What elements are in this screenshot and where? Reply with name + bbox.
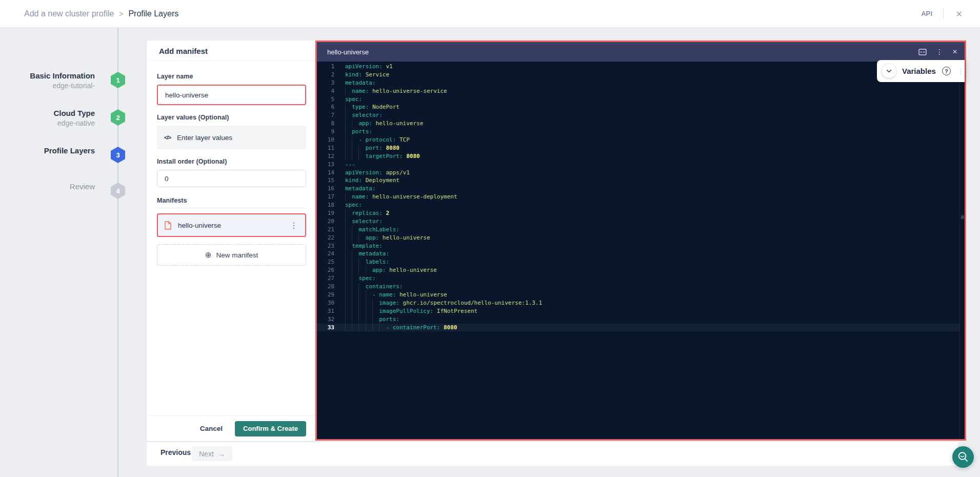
manifest-name: hello-universe bbox=[178, 222, 289, 229]
line-number: 5 bbox=[317, 95, 334, 104]
layer-values-label: Layer values (Optional) bbox=[157, 113, 306, 122]
wizard-stepper: Basic Informationedge-tutorial-1Cloud Ty… bbox=[0, 28, 147, 233]
line-number: 9 bbox=[317, 128, 334, 136]
variables-kebab-icon[interactable]: ⋮ bbox=[957, 67, 964, 75]
code-line: 14apiVersion: apps/v1 bbox=[317, 169, 959, 177]
line-number: 7 bbox=[317, 111, 334, 120]
line-number: 17 bbox=[317, 193, 334, 201]
line-number: 10 bbox=[317, 136, 334, 144]
next-label: Next bbox=[199, 450, 214, 458]
line-number: 1 bbox=[317, 63, 334, 71]
line-number: 18 bbox=[317, 201, 334, 209]
code-line: 11port: 8080 bbox=[317, 144, 959, 152]
line-number: 4 bbox=[317, 87, 334, 95]
manifests-divider bbox=[157, 208, 306, 208]
line-number: 20 bbox=[317, 217, 334, 226]
confirm-create-button[interactable]: Confirm & Create bbox=[235, 421, 306, 436]
manifest-item[interactable]: hello-universe⋮ bbox=[157, 213, 306, 237]
code-line: 19replicas: 2 bbox=[317, 209, 959, 217]
code-line: 2kind: Service bbox=[317, 71, 959, 79]
manifest-file-icon bbox=[164, 221, 172, 230]
arrow-right-icon: → bbox=[218, 450, 225, 458]
layer-name-label: Layer name bbox=[157, 72, 306, 81]
step-review[interactable]: Review4 bbox=[0, 182, 147, 212]
yaml-editor-panel: hello-universe ⋮ ✕ 1apiVersion: v12kind:… bbox=[315, 41, 966, 441]
split-view-icon[interactable] bbox=[918, 49, 927, 55]
step-text: Basic Informationedge-tutorial- bbox=[30, 71, 95, 91]
code-line: 28containers: bbox=[317, 283, 959, 291]
line-number: 6 bbox=[317, 103, 334, 111]
cancel-button[interactable]: Cancel bbox=[200, 425, 223, 432]
enter-layer-values-label: Enter layer values bbox=[177, 134, 232, 142]
code-line: 8app: hello-universe bbox=[317, 120, 959, 128]
code-line: 17name: hello-universe-deployment bbox=[317, 193, 959, 201]
editor-header: hello-universe ⋮ ✕ bbox=[317, 42, 965, 62]
install-order-label: Install order (Optional) bbox=[157, 157, 306, 166]
line-number: 26 bbox=[317, 266, 334, 274]
step-badge: 3 bbox=[111, 147, 125, 163]
editor-close-icon[interactable]: ✕ bbox=[952, 48, 957, 55]
line-number: 15 bbox=[317, 176, 334, 185]
panel-footer: Cancel Confirm & Create bbox=[147, 415, 316, 441]
code-line: 30image: ghcr.io/spectrocloud/hello-univ… bbox=[317, 299, 959, 307]
line-number: 22 bbox=[317, 234, 334, 242]
step-badge: 2 bbox=[111, 109, 125, 126]
layer-name-input[interactable] bbox=[157, 85, 306, 105]
code-line: 15kind: Deployment bbox=[317, 176, 959, 185]
step-basic-information[interactable]: Basic Informationedge-tutorial-1 bbox=[0, 71, 147, 102]
chevron-down-icon[interactable] bbox=[882, 64, 896, 78]
line-number: 16 bbox=[317, 185, 334, 193]
next-button[interactable]: Next → bbox=[192, 446, 232, 461]
code-line: 10- protocol: TCP bbox=[317, 136, 959, 144]
variables-label[interactable]: Variables bbox=[902, 67, 936, 75]
breadcrumb-parent-link[interactable]: Add a new cluster profile bbox=[24, 9, 114, 18]
step-profile-layers[interactable]: Profile Layers3 bbox=[0, 146, 147, 176]
code-line: 13--- bbox=[317, 161, 959, 169]
code-line: 27spec: bbox=[317, 274, 959, 283]
manifest-list: hello-universe⋮ bbox=[157, 213, 306, 237]
line-number: 21 bbox=[317, 226, 334, 234]
line-number: 30 bbox=[317, 299, 334, 307]
code-line: 5spec: bbox=[317, 95, 959, 104]
line-number: 32 bbox=[317, 315, 334, 324]
code-line: 25labels: bbox=[317, 258, 959, 266]
code-line: 6type: NodePort bbox=[317, 103, 959, 111]
page-title: Profile Layers bbox=[128, 9, 178, 18]
step-text: Cloud Typeedge-native bbox=[53, 108, 95, 128]
editor-kebab-icon[interactable]: ⋮ bbox=[936, 48, 943, 56]
help-icon[interactable]: ? bbox=[942, 67, 951, 75]
wizard-nav: Previous Next → bbox=[147, 442, 958, 466]
code-editor[interactable]: 1apiVersion: v12kind: Service3metadata:4… bbox=[317, 62, 959, 439]
breadcrumb: Add a new cluster profile > Profile Laye… bbox=[24, 9, 178, 18]
help-search-fab[interactable] bbox=[952, 446, 974, 468]
code-line: 26app: hello-universe bbox=[317, 266, 959, 274]
code-brackets-icon: </> bbox=[164, 134, 171, 141]
code-line: 18spec: bbox=[317, 201, 959, 209]
previous-button[interactable]: Previous bbox=[161, 448, 191, 456]
enter-layer-values-button[interactable]: </> Enter layer values bbox=[157, 126, 306, 149]
manifest-kebab-icon[interactable]: ⋮ bbox=[289, 221, 299, 230]
line-number: 33 bbox=[317, 324, 334, 332]
breadcrumb-separator: > bbox=[119, 10, 123, 18]
scrollbar-thumb[interactable] bbox=[961, 215, 964, 219]
code-line: 24metadata: bbox=[317, 250, 959, 258]
install-order-input[interactable] bbox=[157, 170, 306, 187]
step-cloud-type[interactable]: Cloud Typeedge-native2 bbox=[0, 108, 147, 139]
editor-title: hello-universe bbox=[327, 48, 918, 56]
code-line: 23template: bbox=[317, 242, 959, 250]
close-icon[interactable]: ✕ bbox=[954, 9, 965, 19]
line-number: 29 bbox=[317, 291, 334, 299]
code-line: 33- containerPort: 8080 bbox=[317, 324, 959, 332]
line-number: 14 bbox=[317, 169, 334, 177]
line-number: 3 bbox=[317, 79, 334, 87]
line-number: 13 bbox=[317, 161, 334, 169]
manifests-label: Manifests bbox=[157, 196, 306, 205]
new-manifest-button[interactable]: ⊕ New manifest bbox=[157, 244, 306, 266]
line-number: 24 bbox=[317, 250, 334, 258]
code-line: 32ports: bbox=[317, 315, 959, 324]
line-number: 28 bbox=[317, 283, 334, 291]
api-button[interactable]: API bbox=[922, 10, 933, 17]
new-manifest-label: New manifest bbox=[216, 251, 258, 259]
header-divider bbox=[943, 9, 944, 19]
line-number: 23 bbox=[317, 242, 334, 250]
